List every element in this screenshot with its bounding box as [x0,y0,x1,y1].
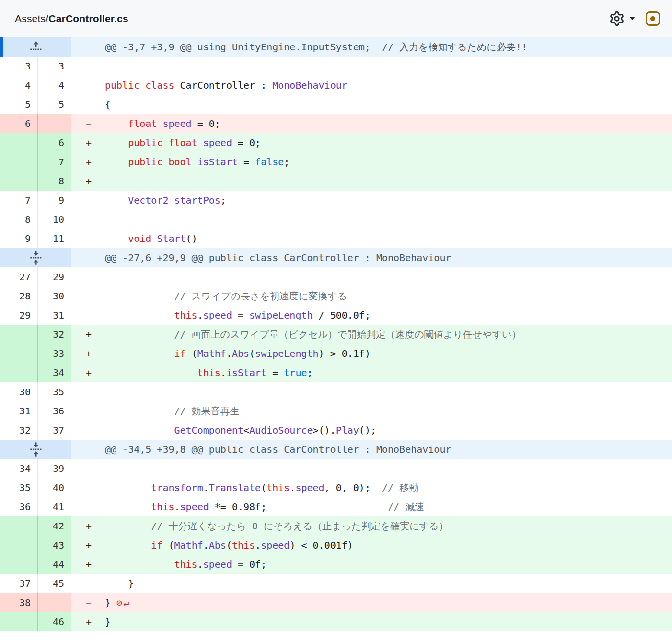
new-line-number[interactable]: 9 [38,191,71,210]
diff-marker: + [86,363,105,382]
new-line-number[interactable]: 40 [38,478,71,497]
hunk-header-text: @@ -34,5 +39,8 @@ public class CarContro… [71,440,672,459]
new-line-number[interactable]: 8 [38,171,71,191]
old-line-number[interactable] [0,171,38,191]
diff-marker: − [86,593,105,612]
new-line-number[interactable]: 32 [38,325,71,344]
diff-row-context: 3439 [0,459,672,478]
code-line: + public float speed = 0; [71,133,672,152]
old-line-number[interactable] [0,516,38,536]
new-line-number[interactable]: 44 [38,555,71,574]
expand-both-icon [30,442,42,457]
diff-marker: + [86,555,105,574]
old-line-number[interactable]: 4 [0,76,38,95]
new-line-number[interactable]: 33 [38,344,71,363]
old-line-number[interactable]: 28 [0,286,38,306]
code-line: + this.speed = 0f; [71,555,672,574]
old-line-number[interactable] [0,325,38,344]
hunk-header-text: @@ -3,7 +3,9 @@ using UnityEngine.InputS… [71,37,672,57]
code-line: void Start() [71,229,672,248]
diff-row-add: 8+ [0,171,672,191]
new-line-number[interactable] [38,114,71,133]
code-line: } [71,574,672,593]
new-line-number[interactable] [38,593,71,612]
old-line-number[interactable]: 9 [0,229,38,248]
new-line-number[interactable]: 37 [38,421,71,440]
new-line-number[interactable]: 30 [38,286,71,306]
expand-hunk-button[interactable] [0,248,71,267]
file-name: CarController.cs [48,13,128,24]
diff-table: @@ -3,7 +3,9 @@ using UnityEngine.InputS… [0,37,672,631]
old-line-number[interactable]: 7 [0,191,38,210]
new-line-number[interactable]: 36 [38,401,71,421]
diff-row-context: 79 Vector2 startPos; [0,191,672,210]
old-line-number[interactable]: 6 [0,114,38,133]
old-line-number[interactable] [0,344,38,363]
old-line-number[interactable]: 38 [0,593,38,612]
diff-marker: + [86,612,105,631]
diff-row-context: 3136 // 効果音再生 [0,401,672,421]
code-line: { [71,95,672,114]
code-line [71,210,672,229]
old-line-number[interactable]: 27 [0,267,38,286]
new-line-number[interactable]: 5 [38,95,71,114]
new-line-number[interactable]: 34 [38,363,71,382]
new-line-number[interactable]: 29 [38,267,71,286]
old-line-number[interactable]: 29 [0,306,38,325]
old-line-number[interactable]: 5 [0,95,38,114]
old-line-number[interactable]: 37 [0,574,38,593]
diff-row-add: 6+ public float speed = 0; [0,133,672,152]
new-line-number[interactable]: 46 [38,612,71,631]
old-line-number[interactable]: 31 [0,401,38,421]
code-line: + [71,171,672,191]
old-line-number[interactable] [0,536,38,555]
new-line-number[interactable]: 6 [38,133,71,152]
new-line-number[interactable]: 10 [38,210,71,229]
diff-row-context: 3035 [0,382,672,401]
diff-row-add: 44+ this.speed = 0f; [0,555,672,574]
old-line-number[interactable] [0,152,38,171]
new-line-number[interactable]: 31 [38,306,71,325]
new-line-number[interactable]: 43 [38,536,71,555]
new-line-number[interactable]: 42 [38,516,71,536]
old-line-number[interactable]: 32 [0,421,38,440]
old-line-number[interactable] [0,363,38,382]
old-line-number[interactable] [0,612,38,631]
diff-marker: + [86,516,105,536]
diff-row-add: 32+ // 画面上のスワイプ量（ピクセル）で開始判定（速度の閾値より任せやすい… [0,325,672,344]
diff-row-add: 34+ this.isStart = true; [0,363,672,382]
new-line-number[interactable]: 11 [38,229,71,248]
old-line-number[interactable] [0,133,38,152]
code-line: + this.isStart = true; [71,363,672,382]
file-header-actions [610,11,660,26]
old-line-number[interactable]: 36 [0,497,38,516]
code-line: // スワイプの長さを初速度に変換する [71,286,672,306]
attention-dot-icon[interactable] [646,11,660,26]
new-line-number[interactable]: 4 [38,76,71,95]
diff-marker: + [86,171,105,191]
code-line: Vector2 startPos; [71,191,672,210]
old-line-number[interactable]: 30 [0,382,38,401]
old-line-number[interactable] [0,555,38,574]
expand-hunk-button[interactable] [0,37,71,57]
diff-marker: + [86,133,105,152]
new-line-number[interactable]: 3 [38,57,71,76]
diff-row-del: 6− float speed = 0; [0,114,672,133]
old-line-number[interactable]: 34 [0,459,38,478]
old-line-number[interactable]: 3 [0,57,38,76]
hunk-header-text: @@ -27,6 +29,9 @@ public class CarContro… [71,248,672,267]
old-line-number[interactable]: 8 [0,210,38,229]
diff-row-context: 2931 this.speed = swipeLength / 500.0f; [0,306,672,325]
expand-hunk-button[interactable] [0,440,71,459]
diff-row-hunk: @@ -3,7 +3,9 @@ using UnityEngine.InputS… [0,37,672,57]
new-line-number[interactable]: 41 [38,497,71,516]
old-line-number[interactable]: 35 [0,478,38,497]
new-line-number[interactable]: 7 [38,152,71,171]
new-line-number[interactable]: 35 [38,382,71,401]
new-line-number[interactable]: 45 [38,574,71,593]
diff-row-context: 2830 // スワイプの長さを初速度に変換する [0,286,672,306]
diff-settings-button[interactable] [610,11,636,26]
new-line-number[interactable]: 39 [38,459,71,478]
code-line: + // 画面上のスワイプ量（ピクセル）で開始判定（速度の閾値より任せやすい） [71,325,672,344]
diff-row-context: 2729 [0,267,672,286]
